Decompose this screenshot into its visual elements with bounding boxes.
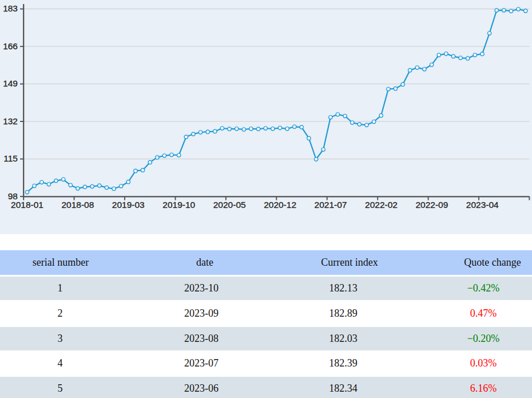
svg-text:2018-01: 2018-01	[11, 200, 43, 210]
svg-text:2019-10: 2019-10	[162, 200, 195, 210]
svg-text:2018-08: 2018-08	[61, 200, 94, 210]
svg-text:2019-03: 2019-03	[112, 200, 145, 210]
svg-text:115: 115	[3, 153, 18, 163]
svg-text:2023-04: 2023-04	[466, 200, 499, 210]
svg-text:132: 132	[3, 116, 18, 126]
svg-text:2020-05: 2020-05	[213, 200, 246, 210]
svg-text:2022-09: 2022-09	[415, 200, 448, 210]
svg-text:2020-12: 2020-12	[264, 200, 296, 210]
svg-text:2022-02: 2022-02	[365, 200, 398, 210]
svg-text:166: 166	[3, 41, 18, 51]
svg-text:149: 149	[3, 78, 18, 88]
svg-text:2021-07: 2021-07	[315, 200, 347, 210]
svg-text:183: 183	[3, 3, 18, 13]
